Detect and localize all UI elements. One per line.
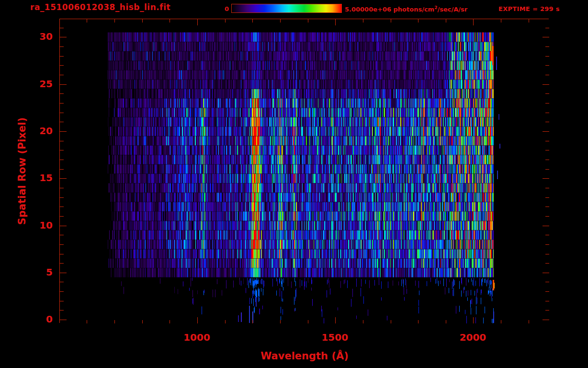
y-minor-tick	[60, 282, 64, 282]
y-minor-tick-right	[545, 197, 549, 198]
y-minor-tick-right	[545, 113, 549, 113]
y-minor-tick-right	[545, 244, 549, 245]
y-minor-tick-right	[545, 28, 549, 28]
y-tick-label: 15	[27, 172, 53, 184]
x-tick-label: 1500	[313, 332, 356, 343]
y-minor-tick	[60, 216, 64, 217]
y-minor-tick	[60, 93, 64, 94]
y-minor-tick-right	[545, 103, 549, 104]
y-minor-tick	[60, 28, 64, 28]
x-minor-tick	[252, 320, 253, 323]
y-minor-tick	[60, 207, 64, 207]
y-minor-tick-right	[545, 56, 549, 57]
y-minor-tick-right	[545, 93, 549, 94]
y-axis-title: Spatial Row (Pixel)	[16, 98, 28, 244]
y-minor-tick	[60, 254, 64, 254]
x-minor-tick-top	[142, 19, 143, 23]
y-major-tick	[60, 84, 67, 85]
y-minor-tick-right	[545, 150, 549, 150]
y-minor-tick-right	[545, 216, 549, 217]
x-minor-tick	[363, 320, 363, 323]
x-minor-tick-top	[363, 19, 363, 23]
x-minor-tick	[87, 320, 87, 323]
y-minor-tick-right	[545, 301, 549, 301]
y-minor-tick	[60, 235, 64, 235]
y-tick-label: 10	[27, 219, 53, 231]
x-tick-label: 2000	[451, 332, 494, 343]
x-minor-tick	[446, 320, 446, 323]
y-minor-tick-right	[545, 207, 549, 207]
colorbar-max-text: 5.00000e+06 photons/cm	[345, 6, 434, 13]
x-axis-title: Wavelength (Å)	[59, 350, 550, 362]
x-minor-tick	[142, 320, 143, 323]
x-minor-tick	[501, 320, 501, 323]
y-major-tick	[60, 320, 67, 320]
y-minor-tick-right	[545, 263, 549, 264]
y-minor-tick-right	[545, 282, 549, 282]
y-minor-tick	[60, 141, 64, 141]
x-major-tick-top	[197, 19, 198, 25]
y-major-tick	[60, 273, 67, 273]
y-tick-label: 5	[27, 266, 53, 278]
colorbar-max-text-units: /sec/A/sr	[437, 6, 467, 13]
y-minor-tick	[60, 122, 64, 122]
x-minor-tick-top	[418, 19, 418, 23]
spectral-image-viewer: ra_151006012038_hisb_lin.fit 0 5.00000e+…	[0, 0, 588, 368]
y-tick-label: 25	[27, 78, 53, 90]
y-major-tick-right	[543, 37, 549, 37]
y-major-tick-right	[543, 320, 549, 320]
x-minor-tick-top	[170, 19, 170, 23]
x-minor-tick	[308, 320, 308, 323]
y-minor-tick	[60, 150, 64, 150]
y-minor-tick	[60, 291, 64, 292]
x-minor-tick	[529, 320, 529, 323]
y-minor-tick-right	[545, 235, 549, 235]
y-minor-tick	[60, 244, 64, 245]
y-minor-tick-right	[545, 291, 549, 292]
x-minor-tick	[114, 320, 115, 323]
x-minor-tick-top	[114, 19, 115, 23]
x-minor-tick-top	[252, 19, 253, 23]
y-minor-tick	[60, 169, 64, 170]
x-minor-tick	[280, 320, 281, 323]
y-minor-tick	[60, 197, 64, 198]
x-major-tick-top	[473, 19, 474, 25]
y-minor-tick	[60, 75, 64, 75]
y-major-tick-right	[543, 226, 549, 226]
colorbar	[231, 4, 342, 13]
y-minor-tick	[60, 65, 64, 66]
y-tick-label: 0	[27, 313, 53, 325]
x-minor-tick-top	[501, 19, 501, 23]
x-minor-tick	[418, 320, 418, 323]
y-minor-tick	[60, 188, 64, 188]
y-minor-tick-right	[545, 122, 549, 122]
y-minor-tick	[60, 103, 64, 104]
colorbar-max-label: 5.00000e+06 photons/cm2/sec/A/sr	[345, 5, 467, 13]
x-minor-tick	[391, 320, 391, 323]
exptime-label: EXPTIME = 299 s	[498, 5, 560, 12]
x-minor-tick-top	[225, 19, 226, 23]
y-minor-tick-right	[545, 65, 549, 66]
x-tick-label: 1000	[175, 332, 218, 343]
y-minor-tick-right	[545, 160, 549, 160]
x-minor-tick-top	[280, 19, 281, 23]
x-major-tick-top	[335, 19, 336, 25]
x-major-tick	[197, 317, 198, 323]
y-minor-tick-right	[545, 46, 549, 47]
y-minor-tick-right	[545, 188, 549, 188]
y-minor-tick	[60, 46, 64, 47]
y-major-tick	[60, 226, 67, 226]
y-major-tick	[60, 37, 67, 37]
x-minor-tick-top	[391, 19, 391, 23]
y-major-tick-right	[543, 178, 549, 179]
y-minor-tick-right	[545, 254, 549, 254]
colorbar-min-label: 0	[216, 5, 229, 12]
x-minor-tick	[170, 320, 170, 323]
x-minor-tick	[225, 320, 226, 323]
x-minor-tick-top	[529, 19, 529, 23]
x-major-tick	[335, 317, 336, 323]
y-major-tick-right	[543, 84, 549, 85]
y-minor-tick	[60, 113, 64, 113]
y-major-tick	[60, 131, 67, 132]
y-minor-tick-right	[545, 141, 549, 141]
